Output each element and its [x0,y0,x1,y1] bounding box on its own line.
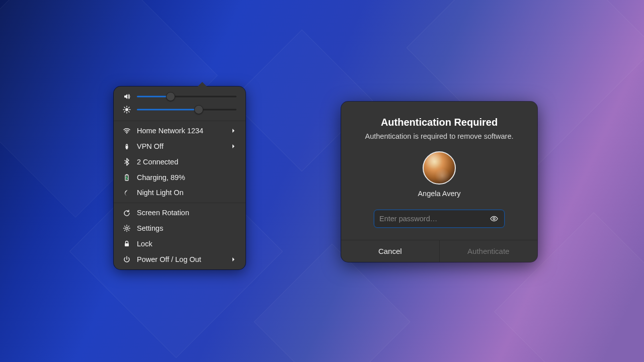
settings-menu-item[interactable]: Settings [114,221,246,236]
nightlight-label: Night Light On [137,188,236,198]
brightness-icon [123,106,131,114]
authenticate-button[interactable]: Authenticate [439,240,538,262]
wifi-menu-item[interactable]: Home Network 1234 [114,123,246,139]
rotation-icon [123,209,131,217]
lock-label: Lock [137,239,236,249]
separator [114,121,246,121]
system-tray-popover: Home Network 1234 VPN Off 2 Connected Ch… [114,86,246,269]
gear-icon [123,224,131,232]
rotation-label: Screen Rotation [137,208,236,218]
dialog-body: Authentication Required Authentication i… [341,102,537,240]
volume-slider[interactable] [137,93,236,101]
battery-icon [123,173,131,182]
svg-point-0 [125,108,128,111]
chevron-right-icon [231,257,236,262]
cancel-button[interactable]: Cancel [341,240,439,262]
lock-icon [123,240,131,248]
power-label: Power Off / Log Out [137,255,225,264]
battery-menu-item[interactable]: Charging, 89% [114,170,246,186]
svg-rect-5 [126,174,128,175]
bluetooth-menu-item[interactable]: 2 Connected [114,154,246,170]
brightness-row [114,104,246,119]
svg-rect-2 [126,146,128,148]
vpn-icon [123,142,131,150]
svg-rect-7 [125,243,129,246]
volume-row [114,87,246,104]
vpn-label: VPN Off [137,142,225,151]
desktop-wallpaper [0,0,644,362]
bluetooth-label: 2 Connected [137,157,236,167]
svg-point-8 [493,218,495,220]
svg-rect-3 [126,148,128,149]
chevron-right-icon [231,144,236,149]
authentication-dialog: Authentication Required Authentication i… [341,102,537,262]
wifi-label: Home Network 1234 [137,126,225,136]
nightlight-menu-item[interactable]: Night Light On [114,185,246,201]
toggle-password-visibility-button[interactable] [489,214,499,224]
volume-icon [123,93,131,101]
battery-label: Charging, 89% [137,173,236,183]
moon-icon [123,189,131,197]
dialog-subtitle: Authentication is required to remove sof… [365,132,514,140]
separator [114,203,246,203]
dialog-title: Authentication Required [381,117,498,128]
settings-label: Settings [137,224,236,233]
avatar [423,151,456,185]
svg-point-6 [126,227,128,229]
vpn-menu-item[interactable]: VPN Off [114,139,246,154]
brightness-slider[interactable] [137,106,236,114]
rotation-menu-item[interactable]: Screen Rotation [114,205,246,221]
power-icon [123,255,131,263]
password-field-wrapper [374,210,505,228]
bluetooth-icon [123,158,131,166]
dialog-actions: Cancel Authenticate [341,240,537,262]
wifi-icon [123,127,131,135]
lock-menu-item[interactable]: Lock [114,236,246,252]
password-input[interactable] [379,215,489,223]
power-menu-item[interactable]: Power Off / Log Out [114,252,246,267]
svg-point-1 [126,133,127,134]
chevron-right-icon [231,128,236,133]
user-name: Angela Avery [418,190,460,198]
